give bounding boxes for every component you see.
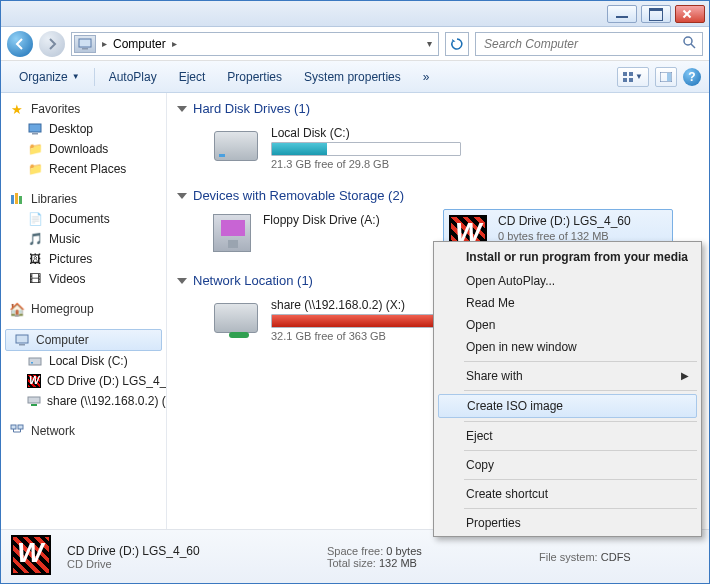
details-name: CD Drive (D:) LGS_4_60 (67, 544, 315, 558)
drive-local-disk[interactable]: Local Disk (C:) 21.3 GB free of 29.8 GB (207, 122, 465, 174)
svg-rect-7 (629, 78, 633, 82)
nav-item-desktop[interactable]: Desktop (1, 119, 166, 139)
folder-icon: 📁 (27, 141, 43, 157)
path-segment[interactable]: Computer (113, 37, 166, 51)
address-bar[interactable]: ▸ Computer ▸ ▾ (71, 32, 439, 56)
system-properties-button[interactable]: System properties (294, 66, 411, 88)
drive-floppy[interactable]: Floppy Disk Drive (A:) (207, 209, 437, 259)
svg-rect-19 (28, 397, 40, 403)
nav-item-recent[interactable]: 📁Recent Places (1, 159, 166, 179)
explorer-window: ▸ Computer ▸ ▾ Organize▼ AutoPlay Eject … (0, 0, 710, 584)
network-drive-icon (27, 393, 41, 409)
svg-rect-21 (11, 425, 16, 429)
nav-item-documents[interactable]: 📄Documents (1, 209, 166, 229)
nav-item-downloads[interactable]: 📁Downloads (1, 139, 166, 159)
computer-icon (74, 35, 96, 53)
separator (464, 508, 697, 509)
svg-rect-17 (29, 358, 41, 365)
toolbar: Organize▼ AutoPlay Eject Properties Syst… (1, 61, 709, 93)
svg-rect-12 (11, 195, 14, 204)
nav-item-pictures[interactable]: 🖼Pictures (1, 249, 166, 269)
search-box[interactable] (475, 32, 703, 56)
libraries-icon (9, 191, 25, 207)
capacity-bar (271, 142, 461, 156)
path-dropdown-icon[interactable]: ▾ (422, 38, 436, 49)
menu-open[interactable]: Open (436, 314, 699, 336)
organize-button[interactable]: Organize▼ (9, 66, 90, 88)
svg-rect-13 (15, 193, 18, 204)
desktop-icon (27, 121, 43, 137)
homegroup-header[interactable]: 🏠Homegroup (1, 299, 166, 319)
drive-name: Floppy Disk Drive (A:) (263, 213, 433, 227)
submenu-arrow-icon: ▶ (681, 370, 689, 381)
menu-read-me[interactable]: Read Me (436, 292, 699, 314)
nav-bar: ▸ Computer ▸ ▾ (1, 27, 709, 61)
eject-button[interactable]: Eject (169, 66, 216, 88)
collapse-icon (177, 193, 187, 199)
nav-item-music[interactable]: 🎵Music (1, 229, 166, 249)
cd-icon (11, 535, 55, 579)
floppy-icon (211, 213, 253, 253)
svg-rect-10 (29, 124, 41, 132)
separator (464, 390, 697, 391)
documents-icon: 📄 (27, 211, 43, 227)
network-header[interactable]: Network (1, 421, 166, 441)
titlebar (1, 1, 709, 27)
section-header[interactable]: Devices with Removable Storage (2) (177, 188, 699, 203)
section-header[interactable]: Hard Disk Drives (1) (177, 101, 699, 116)
details-pane: CD Drive (D:) LGS_4_60 CD Drive Space fr… (1, 529, 709, 583)
svg-rect-4 (623, 72, 627, 76)
forward-button[interactable] (39, 31, 65, 57)
menu-create-iso[interactable]: Create ISO image (438, 394, 697, 418)
separator (94, 68, 95, 86)
minimize-button[interactable] (607, 5, 637, 23)
autoplay-button[interactable]: AutoPlay (99, 66, 167, 88)
help-button[interactable]: ? (683, 68, 701, 86)
music-icon: 🎵 (27, 231, 43, 247)
chevron-right-icon: ▸ (168, 38, 181, 49)
search-input[interactable] (482, 36, 682, 52)
separator (464, 479, 697, 480)
nav-item-local-disk[interactable]: Local Disk (C:) (1, 351, 166, 371)
svg-rect-6 (623, 78, 627, 82)
homegroup-icon: 🏠 (9, 301, 25, 317)
svg-point-2 (684, 37, 692, 45)
svg-rect-9 (667, 73, 671, 81)
search-icon (682, 35, 696, 52)
nav-item-cd-drive[interactable]: CD Drive (D:) LGS_4_60 (1, 371, 166, 391)
preview-pane-button[interactable] (655, 67, 677, 87)
network-icon (9, 423, 25, 439)
close-button[interactable] (675, 5, 705, 23)
maximize-button[interactable] (641, 5, 671, 23)
favorites-header[interactable]: ★Favorites (1, 99, 166, 119)
menu-open-new-window[interactable]: Open in new window (436, 336, 699, 358)
star-icon: ★ (9, 101, 25, 117)
chevron-down-icon: ▼ (635, 72, 643, 81)
computer-header[interactable]: Computer (5, 329, 162, 351)
chevron-down-icon: ▼ (72, 72, 80, 81)
menu-open-autoplay[interactable]: Open AutoPlay... (436, 270, 699, 292)
refresh-button[interactable] (445, 32, 469, 56)
view-mode-button[interactable]: ▼ (617, 67, 649, 87)
menu-eject[interactable]: Eject (436, 425, 699, 447)
nav-item-videos[interactable]: 🎞Videos (1, 269, 166, 289)
svg-rect-11 (32, 133, 38, 135)
nav-item-network-share[interactable]: share (\\192.168.0.2) (X:) (1, 391, 166, 411)
svg-rect-0 (79, 39, 91, 47)
menu-properties[interactable]: Properties (436, 512, 699, 534)
menu-create-shortcut[interactable]: Create shortcut (436, 483, 699, 505)
separator (464, 421, 697, 422)
back-button[interactable] (7, 31, 33, 57)
svg-line-3 (691, 44, 695, 48)
drive-name: CD Drive (D:) LGS_4_60 (498, 214, 668, 228)
libraries-header[interactable]: Libraries (1, 189, 166, 209)
hdd-section: Hard Disk Drives (1) Local Disk (C:) 21.… (177, 101, 699, 174)
details-space: Space free: 0 bytes Total size: 132 MB (327, 545, 527, 569)
menu-copy[interactable]: Copy (436, 454, 699, 476)
pictures-icon: 🖼 (27, 251, 43, 267)
menu-share-with[interactable]: Share with▶ (436, 365, 699, 387)
more-button[interactable]: » (413, 66, 440, 88)
properties-button[interactable]: Properties (217, 66, 292, 88)
hdd-icon (211, 126, 261, 166)
drive-network-share[interactable]: share (\\192.168.0.2) (X:) 32.1 GB free … (207, 294, 465, 346)
